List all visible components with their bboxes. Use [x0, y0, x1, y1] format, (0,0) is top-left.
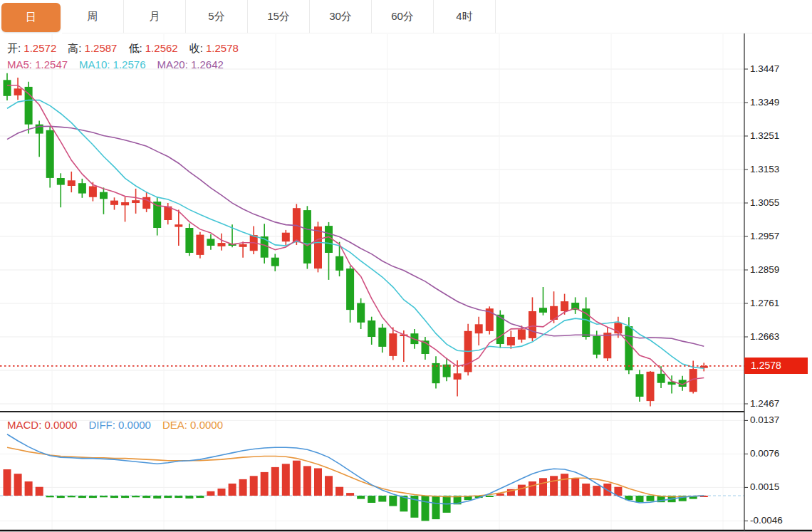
- axis-tick-label: 1.3349: [750, 97, 779, 108]
- candle-body-up: [389, 333, 397, 356]
- candle-body-up: [518, 329, 526, 339]
- axis-tick-label: 0.0076: [750, 448, 779, 459]
- candle-body-down: [378, 328, 386, 347]
- macd-hist-bar: [571, 478, 579, 496]
- candle-body-down: [207, 239, 214, 246]
- macd-hist-bar: [422, 496, 430, 521]
- macd-hist-bar: [593, 486, 600, 496]
- macd-hist-bar: [550, 476, 558, 496]
- macd-hist-bar: [582, 484, 590, 496]
- candle-body-up: [175, 224, 182, 226]
- macd-hist-bar: [36, 487, 43, 496]
- ma-legend-item: MA20: 1.2642: [157, 58, 223, 71]
- macd-hist-bar: [207, 491, 214, 496]
- axis-tick-label: 0.0137: [750, 414, 779, 425]
- axis-tick-label: 1.2859: [750, 264, 779, 275]
- candle-body-up: [647, 372, 655, 401]
- trading-chart-app: 日周月5分15分30分60分4时 1.34471.33491.32511.315…: [0, 0, 812, 532]
- macd-hist-bar: [518, 485, 526, 496]
- candle-body-up: [561, 301, 568, 311]
- axis-tick-label: 1.3447: [750, 63, 779, 74]
- macd-hist-bar: [4, 469, 11, 496]
- macd-hist-bar: [378, 496, 386, 502]
- candle-body-up: [218, 243, 226, 246]
- macd-hist-bar: [357, 496, 365, 499]
- macd-hist-bar: [561, 474, 568, 496]
- candlestick-chart-canvas[interactable]: 1.34471.33491.32511.31531.30551.29571.28…: [0, 0, 812, 532]
- candle-body-down: [261, 236, 269, 258]
- macd-hist-bar: [282, 464, 290, 496]
- candle-body-down: [4, 80, 11, 96]
- macd-hist-bar: [389, 496, 397, 506]
- axis-tick-label: 1.3153: [750, 164, 779, 174]
- last-price-badge: 1.2578: [744, 358, 808, 374]
- macd-hist-bar: [100, 496, 108, 497]
- macd-hist-bar: [368, 496, 375, 503]
- candle-body-up: [314, 226, 322, 268]
- macd-hist-bar: [185, 496, 193, 499]
- macd-hist-bar: [68, 496, 76, 497]
- ohlc-legend-item: 收: 1.2578: [189, 42, 239, 54]
- macd-hist-bar: [529, 481, 536, 496]
- macd-hist-bar: [218, 489, 226, 496]
- ohlc-legend-item: 高: 1.2587: [68, 42, 117, 54]
- candle-body-down: [303, 210, 311, 264]
- macd-hist-bar: [647, 496, 655, 501]
- ohlc-legend: 开: 1.2572高: 1.2587低: 1.2562收: 1.2578: [7, 42, 250, 56]
- macd-hist-bar: [175, 496, 182, 498]
- macd-hist-bar: [335, 487, 343, 496]
- candle-body-down: [636, 374, 644, 397]
- macd-hist-bar: [229, 484, 236, 496]
- axis-tick-label: 1.3251: [750, 130, 779, 141]
- macd-hist-bar: [110, 496, 118, 498]
- candle-body-down: [25, 87, 33, 125]
- axis-tick-label: 0.0015: [750, 481, 779, 492]
- ma-legend-item: MA10: 1.2576: [79, 58, 145, 71]
- macd-legend-item: DIFF: 0.0000: [88, 419, 151, 431]
- candle-body-up: [603, 333, 611, 358]
- macd-hist-bar: [314, 469, 322, 496]
- macd-hist-bar: [250, 476, 258, 496]
- candle-body-down: [593, 336, 600, 355]
- candle-body-down: [185, 228, 193, 253]
- candle-body-up: [475, 324, 483, 333]
- candle-body-up: [282, 233, 290, 242]
- macd-hist-bar: [25, 481, 33, 496]
- axis-tick-label: 1.3055: [750, 197, 779, 208]
- macd-hist-bar: [325, 476, 333, 496]
- candle-body-up: [132, 200, 140, 203]
- macd-hist-bar: [132, 496, 140, 497]
- candle-body-up: [507, 337, 515, 345]
- candle-body-down: [57, 178, 65, 185]
- macd-hist-bar: [153, 496, 161, 499]
- candle-body-down: [271, 258, 279, 266]
- macd-hist-bar: [303, 466, 311, 496]
- macd-hist-bar: [486, 496, 494, 497]
- macd-hist-bar: [142, 496, 150, 498]
- candle-body-up: [89, 187, 97, 197]
- candle-body-down: [368, 320, 375, 337]
- candle-body-up: [454, 373, 462, 380]
- axis-tick-label: 1.2663: [750, 331, 779, 342]
- macd-hist-bar: [57, 496, 65, 498]
- candle-body-down: [625, 326, 633, 370]
- ohlc-legend-item: 开: 1.2572: [7, 42, 56, 54]
- axis-tick-label: 1.2957: [750, 231, 779, 241]
- candle-body-down: [657, 374, 665, 383]
- candle-body-down: [46, 130, 54, 178]
- macd-hist-bar: [78, 496, 86, 498]
- macd-hist-bar: [89, 496, 97, 498]
- candle-body-up: [110, 201, 118, 205]
- candle-body-down: [539, 308, 547, 313]
- candle-body-down: [100, 192, 108, 199]
- macd-hist-bar: [346, 493, 354, 496]
- ohlc-legend-item: 低: 1.2562: [128, 42, 177, 54]
- macd-hist-bar: [164, 496, 172, 498]
- macd-legend-item: MACD: 0.0000: [7, 419, 77, 431]
- ma-legend: MA5: 1.2547MA10: 1.2576MA20: 1.2642: [7, 58, 235, 71]
- axis-tick-label: 1.2761: [750, 298, 779, 308]
- macd-hist-bar: [14, 474, 22, 496]
- macd-legend-item: DEA: 0.0000: [162, 419, 223, 431]
- candle-body-up: [68, 180, 76, 186]
- macd-hist-bar: [432, 496, 440, 519]
